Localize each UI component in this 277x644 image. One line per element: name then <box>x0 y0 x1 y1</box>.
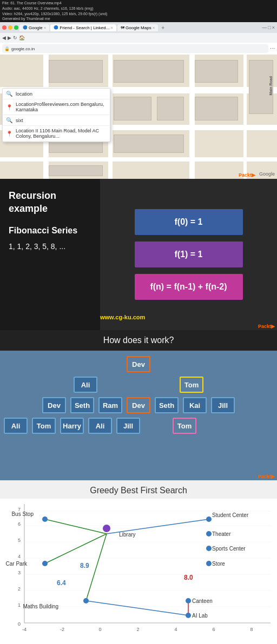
road-label: Main Road <box>269 76 273 95</box>
location-icon-3: 📍 <box>6 131 12 137</box>
tree-node-kai-2: Kai <box>183 397 207 413</box>
node-library <box>103 525 110 532</box>
extensions-button[interactable]: ⋯ <box>270 46 275 51</box>
recursion-right: f(0) = 1 f(1) = 1 f(n) = f(n-1) + f(n-2) <box>100 179 277 330</box>
tree-node-ali-3b: Ali <box>88 418 112 434</box>
search-suggestions[interactable]: 🔍 location 📍 LocationProfilereviewers.co… <box>2 88 110 142</box>
tab-close-maps[interactable]: × <box>153 25 155 30</box>
tree-node-ali-1: Ali <box>74 377 97 393</box>
node-maths-building <box>83 598 89 603</box>
node-sports-center <box>206 546 212 551</box>
tab-google[interactable]: 🔵 Google × <box>19 24 49 31</box>
tab-maps[interactable]: 🗺 Google Maps × <box>117 24 158 31</box>
svg-text:2: 2 <box>136 627 139 632</box>
road-v3 <box>189 55 195 179</box>
search-bar-row: 🔒 google.co.in ⋯ <box>0 43 277 55</box>
building-9 <box>195 60 238 83</box>
packt-watermark-tree: Packt▶ <box>258 474 275 479</box>
value-8-0: 8.0 <box>184 574 193 581</box>
svg-text:0: 0 <box>18 621 21 627</box>
map-area: Main Road 🔍 location 📍 LocationProfilere… <box>0 55 277 179</box>
tree-row-0: Dev <box>0 356 277 372</box>
node-student-center <box>206 516 212 522</box>
maximize-button[interactable]: □ <box>268 25 271 30</box>
tree-node-ali-3: Ali <box>4 418 28 434</box>
label-theater: Theater <box>212 531 231 537</box>
fib-box-0: f(0) = 1 <box>135 209 243 235</box>
value-8-9: 8.9 <box>80 562 89 569</box>
tree-node-jill-2: Jill <box>211 397 235 413</box>
cg-ku-watermark: www.cg-ku.com <box>100 314 145 320</box>
road-h3 <box>0 157 277 162</box>
recursion-section: Recursion example Fibonacci Series 1, 1,… <box>0 179 277 330</box>
greedy-title: Greedy Best First Search <box>0 480 277 499</box>
label-bus-stop: Bus Stop <box>11 511 34 517</box>
close-button[interactable]: × <box>272 25 275 30</box>
chart-container: 0 1 2 3 4 5 6 7 -4 -2 0 2 4 6 8 <box>0 499 277 644</box>
label-ai-lab: AI Lab <box>192 613 208 619</box>
recursion-series: 1, 1, 2, 3, 5, 8, ... <box>9 242 91 251</box>
tree-node-dev-root: Dev <box>127 356 150 372</box>
svg-text:0: 0 <box>98 627 101 632</box>
node-theater <box>206 531 212 536</box>
forward-button[interactable]: ▶ <box>8 35 11 41</box>
svg-line-28 <box>86 601 188 615</box>
label-maths-building: Maths Building <box>23 603 58 609</box>
building-2 <box>114 60 184 83</box>
greedy-section: Greedy Best First Search 0 1 2 3 4 5 6 7… <box>0 480 277 644</box>
tab-close-friend[interactable]: × <box>110 25 113 30</box>
recursion-subtitle: Fibonacci Series <box>9 226 91 236</box>
svg-text:2: 2 <box>18 586 21 592</box>
svg-text:-4: -4 <box>22 627 27 632</box>
lock-icon: 🔒 <box>4 46 10 51</box>
tab-friend[interactable]: 🔵 Friend - Search | Linked... × <box>50 24 116 31</box>
road-v4 <box>243 55 247 179</box>
svg-line-25 <box>45 534 107 564</box>
svg-text:6: 6 <box>18 521 21 527</box>
browser-section: 🔵 Google × 🔵 Friend - Search | Linked...… <box>0 22 277 179</box>
nav-bar: ◀ ▶ ↻ 🏠 <box>0 33 277 43</box>
svg-text:8: 8 <box>250 627 253 632</box>
recursion-left: Recursion example Fibonacci Series 1, 1,… <box>0 179 100 330</box>
label-library: Library <box>119 532 136 538</box>
tree-node-tom-3: Tom <box>32 418 56 434</box>
url-bar[interactable]: 🔒 google.co.in <box>2 44 268 53</box>
min-dot[interactable] <box>8 25 12 30</box>
label-sports-center: Sports Center <box>212 546 246 552</box>
tree-node-dev-2: Dev <box>42 397 66 413</box>
svg-text:4: 4 <box>18 554 21 559</box>
home-button[interactable]: 🏠 <box>19 35 25 41</box>
how-title: How does it work? <box>0 336 277 345</box>
search-icon-2: 🔍 <box>6 117 12 123</box>
tab-close-google[interactable]: × <box>44 25 47 30</box>
close-dot[interactable] <box>2 25 6 30</box>
svg-text:4: 4 <box>174 627 177 632</box>
recursion-title: Recursion example <box>9 190 91 215</box>
refresh-button[interactable]: ↻ <box>13 35 17 41</box>
tree-node-jill-3: Jill <box>116 418 140 434</box>
building-4 <box>114 97 151 120</box>
suggestion-1[interactable]: 📍 LocationProfilereviewers.com Bengaluru… <box>3 99 110 115</box>
tree-node-harry-3: Harry <box>60 418 84 434</box>
how-section: How does it work? <box>0 330 277 351</box>
building-7 <box>114 135 184 153</box>
max-dot[interactable] <box>14 25 18 30</box>
building-1 <box>49 60 103 83</box>
node-store <box>206 561 212 566</box>
new-tab-button[interactable]: + <box>161 25 164 31</box>
location-icon-1: 📍 <box>6 104 12 110</box>
tree-node-seth-2: Seth <box>70 397 94 413</box>
suggestion-3[interactable]: 📍 Location II 1106 Main Road, Model AC C… <box>3 126 110 142</box>
label-car-park: Car Park <box>6 561 28 567</box>
svg-text:5: 5 <box>18 538 21 543</box>
node-bus-stop <box>42 516 48 522</box>
tree-row-1: Ali Tom <box>0 377 277 393</box>
suggestion-0[interactable]: 🔍 location <box>3 89 110 99</box>
tree-node-ram-2: Ram <box>98 397 122 413</box>
file-info: File: 61. The Course Overview.mp4 Audio:… <box>0 0 277 22</box>
suggestion-2[interactable]: 🔍 sixt <box>3 115 110 126</box>
back-button[interactable]: ◀ <box>2 35 6 41</box>
minimize-button[interactable]: — <box>262 25 267 30</box>
building-10 <box>195 97 238 120</box>
tree-row-3: Ali Tom Harry Ali Jill Tom <box>0 418 277 434</box>
